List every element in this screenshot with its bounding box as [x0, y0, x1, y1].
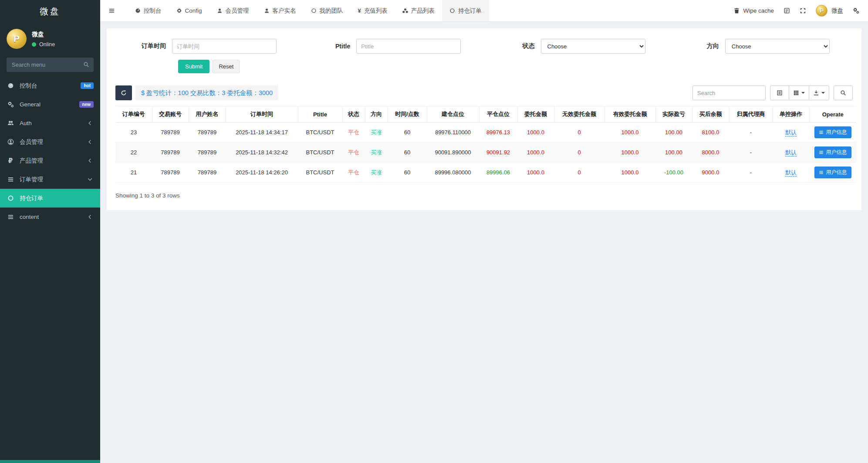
pagination-icon	[777, 90, 783, 96]
navbar-avatar: P	[816, 5, 827, 17]
gear-icon	[176, 8, 182, 14]
cell-username: 789789	[189, 123, 226, 143]
tab-label: 会员管理	[226, 7, 249, 15]
cell-period: 60	[388, 143, 427, 163]
cell-control: 默认	[773, 163, 809, 183]
tab-position-orders[interactable]: 持仓订单	[442, 0, 489, 21]
cell-valid_entrust: 1000.0	[605, 143, 655, 163]
navbar-tabs: 控制台Config会员管理客户实名我的团队¥充值列表产品列表持仓订单	[128, 0, 489, 21]
tab-console[interactable]: 控制台	[128, 0, 169, 21]
direction-select[interactable]: Choose	[725, 39, 830, 54]
order-time-input[interactable]	[172, 39, 277, 54]
sidebar-item-label: 会员管理	[20, 138, 43, 146]
navbar-user-menu[interactable]: P 微盘	[816, 5, 843, 17]
fullscreen-icon[interactable]	[800, 7, 806, 14]
brand-title: 微盘	[0, 0, 100, 23]
default-control-link[interactable]: 默认	[785, 149, 797, 157]
tab-team[interactable]: 我的团队	[304, 0, 351, 21]
pagination-toggle-button[interactable]	[770, 85, 789, 100]
cell-close_point: 90091.92	[479, 143, 517, 163]
sidebar-item-content[interactable]: content	[0, 208, 100, 226]
default-control-link[interactable]: 默认	[785, 169, 797, 177]
default-control-link[interactable]: 默认	[785, 129, 797, 136]
search-icon[interactable]	[83, 61, 89, 68]
column-header: 方向	[365, 106, 388, 123]
profit-stats: $ 盈亏统计：100 交易比数：3 委托金额：3000	[135, 85, 278, 100]
tab-label: Config	[185, 7, 202, 14]
column-header: 买后余额	[692, 106, 729, 123]
language-icon[interactable]	[784, 7, 790, 14]
sidebar-item-members[interactable]: 会员管理	[0, 133, 100, 151]
export-button[interactable]	[809, 85, 829, 100]
filter-actions: Submit Reset	[178, 60, 853, 73]
sidebar-item-orders[interactable]: 订单管理	[0, 170, 100, 189]
sidebar-item-label: 产品管理	[20, 157, 43, 165]
column-header: 无效委托金额	[554, 106, 605, 123]
cell-entrust: 1000.0	[517, 163, 554, 183]
sidebar-search-input[interactable]	[7, 58, 94, 72]
sidebar-item-auth[interactable]: Auth	[0, 114, 100, 133]
cell-order_time: 2025-11-18 14:32:42	[226, 143, 298, 163]
user-info-button[interactable]: 用户信息	[814, 146, 851, 158]
columns-button[interactable]	[789, 85, 809, 100]
cell-agent: -	[729, 123, 773, 143]
cell-profit: 100.00	[655, 123, 692, 143]
table-search-input[interactable]	[692, 85, 766, 100]
tab-config[interactable]: Config	[169, 0, 209, 21]
sidebar-footer-bar	[0, 460, 100, 463]
ptitle-input[interactable]	[356, 39, 461, 54]
cell-balance: 8100.0	[692, 123, 729, 143]
cell-open_point: 89996.080000	[427, 163, 479, 183]
wipe-cache-button[interactable]: Wipe cache	[733, 7, 774, 14]
filter-ptitle: Ptitle	[300, 39, 484, 54]
user-icon	[217, 8, 223, 14]
dashboard-icon	[7, 82, 14, 89]
cell-username: 789789	[189, 143, 226, 163]
list-icon	[819, 130, 824, 135]
tab-label: 我的团队	[320, 7, 343, 15]
tab-members[interactable]: 会员管理	[209, 0, 257, 21]
cell-open_point: 89976.110000	[427, 123, 479, 143]
cell-order_id: 23	[115, 123, 152, 143]
sidebar-item-console[interactable]: 控制台hot	[0, 76, 100, 95]
refresh-button[interactable]	[115, 85, 132, 100]
cell-agent: -	[729, 143, 773, 163]
sidebar-item-label: General	[20, 101, 41, 108]
user-icon	[264, 8, 270, 14]
cell-ptitle: BTC/USDT	[298, 163, 342, 183]
wipe-cache-label: Wipe cache	[743, 7, 774, 14]
cell-direction: 买涨	[365, 143, 388, 163]
reset-button[interactable]: Reset	[213, 60, 240, 73]
navbar-right: Wipe cache P 微盘	[733, 0, 868, 21]
sidebar-item-products[interactable]: ₽产品管理	[0, 151, 100, 170]
status-select[interactable]: Choose	[541, 39, 645, 54]
tab-realname[interactable]: 客户实名	[257, 0, 304, 21]
cell-close_point: 89976.13	[479, 123, 517, 143]
cell-direction: 买涨	[365, 163, 388, 183]
top-navbar: 控制台Config会员管理客户实名我的团队¥充值列表产品列表持仓订单 Wipe …	[100, 0, 868, 22]
user-name: 微盘	[32, 31, 55, 38]
cell-status: 平仓	[342, 123, 365, 143]
user-info-button[interactable]: 用户信息	[814, 167, 851, 178]
filter-status: 状态 Choose	[484, 39, 669, 54]
sidebar-item-general[interactable]: Generalnew	[0, 95, 100, 114]
cell-agent: -	[729, 163, 773, 183]
sidebar: 微盘 P 微盘 Online 控制台hotGeneralnewAuth会员管理₽…	[0, 0, 100, 463]
online-dot	[32, 42, 36, 47]
settings-gears-icon[interactable]	[853, 7, 859, 14]
column-header: 归属代理商	[729, 106, 773, 123]
sidebar-menu: 控制台hotGeneralnewAuth会员管理₽产品管理订单管理持仓订单con…	[0, 76, 100, 226]
tab-recharge[interactable]: ¥充值列表	[351, 0, 395, 21]
table-search-button[interactable]	[834, 85, 853, 100]
cell-ptitle: BTC/USDT	[298, 143, 342, 163]
submit-button[interactable]: Submit	[178, 60, 209, 73]
user-info-button[interactable]: 用户信息	[814, 126, 851, 138]
cell-period: 60	[388, 163, 427, 183]
sidebar-item-position-orders[interactable]: 持仓订单	[0, 189, 100, 208]
cell-valid_entrust: 1000.0	[605, 123, 655, 143]
filter-direction: 方向 Choose	[669, 39, 853, 54]
sidebar-item-label: 订单管理	[20, 176, 43, 184]
hamburger-icon[interactable]	[100, 0, 123, 21]
cell-order_id: 22	[115, 143, 152, 163]
tab-product-list[interactable]: 产品列表	[395, 0, 442, 21]
